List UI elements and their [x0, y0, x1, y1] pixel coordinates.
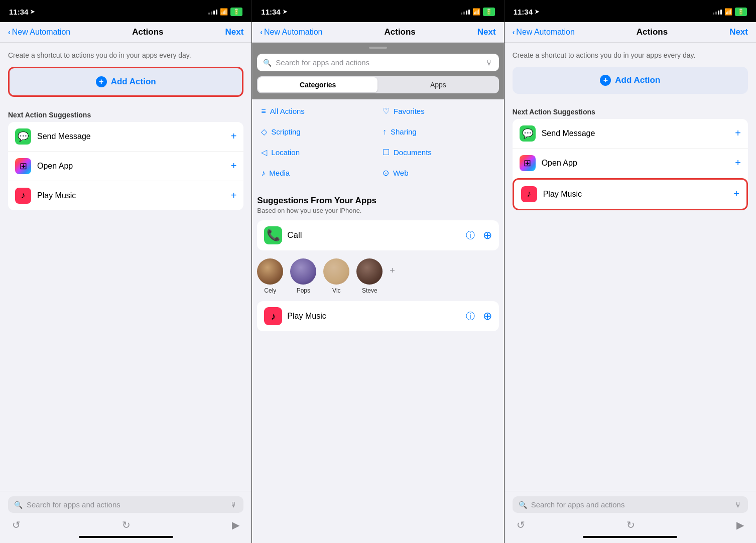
- search-bar-3[interactable]: 🔍 Search for apps and actions 🎙: [513, 496, 748, 513]
- play-music-info-icon[interactable]: ⓘ: [466, 310, 475, 322]
- modal-search-bar[interactable]: 🔍 Search for apps and actions 🎙: [257, 54, 498, 71]
- search-placeholder-3: Search for apps and actions: [531, 500, 731, 509]
- contact-name-steve: Steve: [362, 287, 377, 294]
- contact-cely[interactable]: Cely: [257, 258, 283, 294]
- contact-name-vic: Vic: [332, 287, 340, 294]
- add-send-message-icon-1[interactable]: +: [231, 130, 237, 142]
- play-icon-1[interactable]: ▶: [232, 519, 239, 531]
- mic-icon-1[interactable]: 🎙: [230, 501, 237, 509]
- signal-icon-3: [713, 9, 722, 15]
- messages-icon-1: 💬: [15, 128, 31, 145]
- cat-favorites[interactable]: ♡ Favorites: [379, 101, 499, 121]
- status-bar-2: 11:34 ➤ 📶 🔋: [252, 0, 503, 22]
- mic-icon-3[interactable]: 🎙: [735, 501, 742, 509]
- suggestion-open-app-1[interactable]: ⊞ Open App +: [8, 152, 243, 181]
- add-play-music-icon-1[interactable]: +: [231, 190, 237, 201]
- back-button-2[interactable]: ‹ New Automation: [260, 28, 322, 37]
- suggestion-label-play-music-3: Play Music: [543, 190, 728, 199]
- contact-vic[interactable]: Vic: [323, 258, 349, 294]
- add-action-label-1: Add Action: [111, 77, 156, 87]
- avatar-pops: [290, 258, 316, 285]
- play-music-app-icon: ♪: [264, 307, 282, 325]
- add-action-icon-1: +: [96, 76, 107, 87]
- cat-web-label: Web: [393, 169, 409, 177]
- suggestion-play-music-3[interactable]: ♪ Play Music +: [513, 178, 748, 210]
- suggestion-label-open-app-1: Open App: [37, 162, 225, 171]
- contacts-more-icon[interactable]: +: [390, 258, 395, 276]
- suggestion-list-3: 💬 Send Message + ⊞ Open App + ♪ Play Mus…: [513, 119, 748, 210]
- undo-icon-1[interactable]: ↺: [12, 519, 21, 531]
- contacts-row: Cely Pops Vic Steve: [257, 255, 498, 297]
- play-music-preview-row[interactable]: ♪ Play Music ⓘ ⊕: [257, 301, 498, 331]
- wifi-icon-3: 📶: [724, 8, 732, 16]
- suggestion-send-message-3[interactable]: 💬 Send Message +: [513, 119, 748, 149]
- home-indicator-3: [583, 536, 677, 538]
- suggestion-play-music-1[interactable]: ♪ Play Music +: [8, 181, 243, 210]
- add-open-app-icon-3[interactable]: +: [735, 157, 741, 169]
- add-action-button-3[interactable]: + Add Action: [513, 67, 748, 94]
- nav-title-1: Actions: [132, 27, 163, 37]
- cat-all-actions[interactable]: ≡ All Actions: [257, 101, 377, 121]
- cat-web[interactable]: ⊙ Web: [379, 163, 499, 183]
- play-icon-3[interactable]: ▶: [736, 519, 744, 531]
- redo-icon-1[interactable]: ↻: [122, 519, 131, 531]
- cat-location-label: Location: [271, 148, 300, 157]
- call-app-icon: 📞: [264, 226, 282, 244]
- nav-title-2: Actions: [384, 27, 415, 37]
- time-display-1: 11:34: [9, 8, 28, 16]
- location-icon: ◁: [261, 148, 267, 157]
- cat-media[interactable]: ♪ Media: [257, 163, 377, 183]
- status-bar-1: 11:34 ➤ 📶 🔋: [0, 0, 251, 22]
- redo-icon-3[interactable]: ↻: [626, 519, 635, 531]
- add-open-app-icon-1[interactable]: +: [231, 160, 237, 172]
- add-action-button-1[interactable]: + Add Action: [8, 67, 243, 97]
- contact-name-cely: Cely: [264, 287, 276, 294]
- call-plus-icon[interactable]: ⊕: [483, 229, 492, 242]
- section-header-1: Next Action Suggestions: [0, 107, 251, 122]
- suggestion-send-message-1[interactable]: 💬 Send Message +: [8, 122, 243, 152]
- suggestion-open-app-3[interactable]: ⊞ Open App +: [513, 149, 748, 178]
- avatar-vic: [323, 258, 349, 285]
- undo-icon-3[interactable]: ↺: [517, 519, 525, 531]
- web-icon: ⊙: [383, 168, 389, 178]
- suggestion-label-send-message-3: Send Message: [542, 129, 729, 138]
- modal-search-placeholder: Search for apps and actions: [276, 58, 481, 67]
- back-label-3: New Automation: [516, 28, 575, 37]
- screen-content-1: Create a shortcut to actions you do in y…: [0, 43, 251, 491]
- back-button-1[interactable]: ‹ New Automation: [8, 28, 70, 37]
- cat-favorites-label: Favorites: [394, 107, 425, 115]
- signal-icon-2: [461, 9, 470, 15]
- avatar-cely: [257, 258, 283, 285]
- call-row[interactable]: 📞 Call ⓘ ⊕: [257, 220, 498, 250]
- cat-documents[interactable]: ☐ Documents: [379, 143, 499, 162]
- nav-title-3: Actions: [637, 27, 668, 37]
- cat-scripting[interactable]: ◇ Scripting: [257, 122, 377, 142]
- contact-pops[interactable]: Pops: [290, 258, 316, 294]
- next-button-2[interactable]: Next: [477, 27, 496, 37]
- bottom-bar-1: 🔍 Search for apps and actions 🎙 ↺ ↻ ▶: [0, 491, 251, 543]
- next-button-1[interactable]: Next: [225, 27, 243, 37]
- phone-screen-3: 11:34 ➤ 📶 🔋 ‹ New Automation Actions N: [505, 0, 756, 543]
- call-info-icon[interactable]: ⓘ: [466, 229, 475, 241]
- cat-sharing[interactable]: ↑ Sharing: [379, 122, 499, 142]
- cat-location[interactable]: ◁ Location: [257, 143, 377, 162]
- back-label-1: New Automation: [12, 28, 71, 37]
- add-action-icon-3: +: [600, 75, 611, 86]
- modal-mic-icon[interactable]: 🎙: [486, 59, 493, 67]
- suggestion-label-play-music-1: Play Music: [37, 191, 225, 200]
- wifi-icon-2: 📶: [472, 8, 480, 16]
- sfa-subtitle: Based on how you use your iPhone.: [257, 207, 498, 214]
- next-button-3[interactable]: Next: [729, 27, 748, 37]
- play-music-plus-icon[interactable]: ⊕: [483, 310, 492, 323]
- contact-steve[interactable]: Steve: [356, 258, 383, 294]
- tab-apps[interactable]: Apps: [379, 77, 498, 92]
- screen-content-3: Create a shortcut to actions you do in y…: [505, 43, 756, 491]
- add-play-music-icon-3[interactable]: +: [733, 188, 739, 200]
- cat-documents-label: Documents: [394, 148, 432, 157]
- add-send-message-icon-3[interactable]: +: [735, 127, 741, 139]
- tab-categories[interactable]: Categories: [258, 77, 377, 92]
- description-text-3: Create a shortcut to actions you do in y…: [505, 43, 756, 67]
- search-bar-1[interactable]: 🔍 Search for apps and actions 🎙: [8, 496, 243, 513]
- toolbar-3: ↺ ↻ ▶: [513, 517, 748, 533]
- back-button-3[interactable]: ‹ New Automation: [513, 28, 575, 37]
